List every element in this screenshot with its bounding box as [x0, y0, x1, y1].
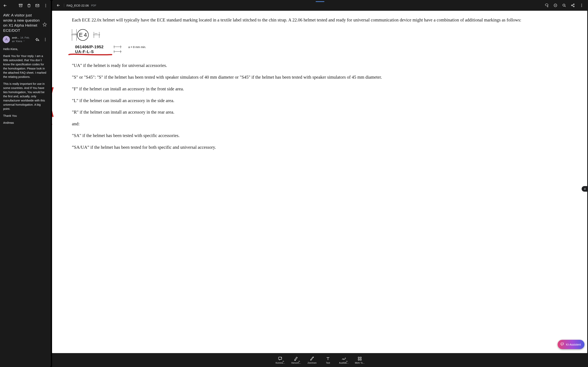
e-mark: E 4 [77, 29, 89, 41]
svg-rect-22 [278, 357, 282, 359]
email-pane: AW: A visitor just wrote a new question … [0, 0, 51, 367]
tool-draw[interactable]: Zeichnen [307, 356, 317, 364]
chevron-down-icon [23, 40, 25, 43]
mark-unread-button[interactable] [34, 2, 41, 9]
svg-point-6 [45, 39, 45, 40]
doc-back-button[interactable] [55, 2, 62, 9]
appearance-button[interactable] [543, 2, 550, 9]
definition-list: "UA" if the helmet is ready for universa… [72, 62, 577, 151]
doc-paragraph: "R" if the helmet can install an accesso… [72, 109, 577, 116]
page-counter: 4 [582, 186, 588, 192]
doc-paragraph: "SA" if the helmet has been tested with … [72, 132, 577, 139]
label-code-1: 061406/P-1952 [75, 45, 103, 49]
doc-paragraph: “SA/UA” if the helmet has been tested fo… [72, 144, 577, 151]
dimension-line [114, 45, 121, 48]
message-more-button[interactable] [42, 36, 49, 43]
svg-text:a: a [73, 33, 74, 35]
sender-row: A andr... 14. Feb. an 'Kiera [0, 33, 51, 44]
ai-pill-label: KI-Assistent [566, 343, 581, 346]
diagram-note: a = 8 mm min. [128, 45, 146, 49]
tool-label: Zeichnen [308, 362, 316, 364]
doc-extension: PDF [91, 4, 96, 7]
email-topbar [0, 0, 51, 11]
svg-point-14 [581, 5, 582, 6]
sender-date: 14. Feb. [20, 36, 30, 40]
tool-label: Text [326, 362, 330, 364]
sender-name: andr... [12, 36, 19, 40]
share-button[interactable] [569, 2, 577, 9]
search-button[interactable] [561, 2, 568, 9]
email-paragraph: Hello Kiera, [3, 47, 48, 51]
pdf-page: Each ECE 22.0x helmet will typically hav… [52, 11, 587, 353]
tool-label: Ausfülle... [339, 362, 349, 364]
svg-point-2 [45, 4, 46, 5]
doc-more-button[interactable] [578, 2, 585, 9]
e-mark-circle: E 4 [77, 29, 89, 41]
svg-point-5 [45, 38, 45, 38]
email-body: Hello Kiera, thank You for Your reply. I… [0, 44, 51, 131]
sender-meta: andr... 14. Feb. an 'Kiera [12, 36, 32, 43]
star-button[interactable] [42, 13, 48, 27]
svg-text:a: a [74, 33, 75, 35]
svg-rect-21 [561, 343, 563, 345]
doc-paragraph: "F" if the helmet can install an accesso… [72, 86, 577, 92]
avatar[interactable]: A [3, 36, 10, 43]
tool-comment[interactable]: Komme... [275, 356, 286, 364]
email-paragraph: Thank You [3, 114, 48, 118]
doc-viewer: FAQ_ECE-22.06 PDF [52, 0, 588, 367]
svg-rect-28 [360, 359, 361, 360]
sparkle-chat-icon [560, 342, 564, 347]
svg-text:a: a [96, 33, 97, 34]
tool-text[interactable]: Text [323, 356, 333, 364]
svg-rect-0 [19, 4, 22, 5]
doc-title: FAQ_ECE-22.06 [67, 4, 89, 7]
more-button[interactable] [42, 2, 49, 9]
svg-text:a: a [76, 33, 76, 35]
svg-rect-25 [358, 357, 359, 358]
to-name: 'Kiera [16, 40, 22, 43]
dimension-line: aaa [72, 29, 77, 41]
grid-icon [357, 356, 362, 361]
doc-paragraph: Each ECE 22.0x helmet will typically hav… [72, 17, 577, 24]
svg-point-23 [311, 360, 311, 360]
reply-button[interactable] [34, 36, 41, 43]
drag-handle[interactable] [316, 1, 324, 2]
doc-title-area[interactable]: FAQ_ECE-22.06 PDF [64, 4, 96, 7]
signature-icon [342, 356, 346, 361]
archive-button[interactable] [17, 2, 24, 9]
svg-text:a: a [95, 33, 96, 34]
app-root: AW: A visitor just wrote a new question … [0, 0, 588, 367]
svg-point-24 [313, 357, 314, 357]
doc-paragraph: and: [72, 121, 577, 127]
tool-label: Hervorh... [291, 362, 301, 364]
doc-paragraph: "L" if the helmet can install an accesso… [72, 97, 577, 104]
highlight-icon [294, 356, 299, 361]
dimension-line: aa [94, 32, 99, 38]
subject-row: AW: A visitor just wrote a new question … [0, 11, 51, 33]
annotation-toolbar: Komme... Hervorh... Zeichnen Text Ausfül… [52, 353, 588, 367]
email-paragraph: thank You for Your reply. I am a little … [3, 54, 48, 79]
doc-paragraph: "S" or "S45": "S" if the helmet has been… [72, 74, 577, 81]
tool-label: Mehr To... [355, 362, 365, 364]
recipient-toggle[interactable]: an 'Kiera [12, 40, 32, 43]
label-diagram: aaa E 4 aa 061406/P-1952 UA-F-L-S a = 8 … [72, 29, 163, 57]
draw-icon [310, 356, 314, 361]
tool-fill-sign[interactable]: Ausfülle... [339, 356, 349, 364]
svg-point-3 [45, 5, 46, 6]
to-prefix: an [12, 40, 15, 43]
svg-point-7 [45, 40, 45, 41]
svg-rect-27 [358, 359, 359, 360]
delete-button[interactable] [25, 2, 33, 9]
doc-paragraph: "UA" if the helmet is ready for universa… [72, 62, 577, 69]
tool-more[interactable]: Mehr To... [355, 356, 365, 364]
email-paragraph: This is really important for use in some… [3, 82, 48, 111]
tool-highlight[interactable]: Hervorh... [291, 356, 301, 364]
svg-point-9 [563, 4, 565, 6]
view-mode-button[interactable] [552, 2, 559, 9]
doc-scroll[interactable]: Each ECE 22.0x helmet will typically hav… [52, 11, 588, 367]
ai-assistant-button[interactable]: KI-Assistent [558, 340, 584, 349]
email-paragraph: Andreas [3, 121, 48, 125]
tool-label: Komme... [276, 362, 285, 364]
svg-point-13 [581, 4, 582, 4]
back-button[interactable] [2, 2, 9, 9]
